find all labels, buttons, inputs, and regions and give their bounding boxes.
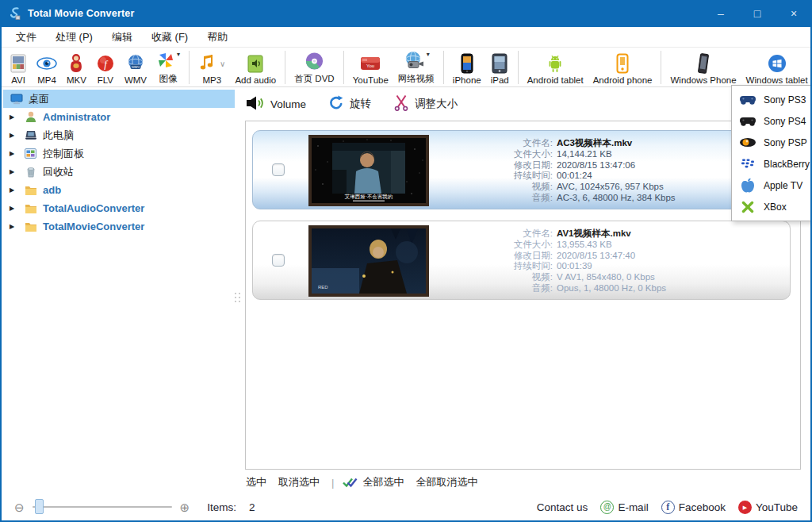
web-video-icon (403, 51, 425, 72)
zoom-slider-track[interactable] (33, 506, 172, 508)
status-bar: ⊖ ⊕ Items: 2 Contact us @E-mail fFaceboo… (2, 493, 810, 520)
video-thumbnail[interactable]: 艾琳西娅·不会害我的 (308, 135, 429, 206)
file-item-2[interactable]: RED 文件名:AV1视频样本.mkv 文件大小:13,955.43 KB 修改… (252, 221, 791, 300)
toolbar-button-mp4[interactable]: MP4 (32, 49, 62, 86)
items-count-label: Items: (207, 501, 236, 513)
field-label: 持续时间: (491, 171, 553, 182)
zoom-slider-handle[interactable] (35, 499, 44, 514)
toolbar-button-mp3[interactable]: ∨ MP3 (193, 49, 230, 86)
toolbar-button-label: YouTube (353, 75, 389, 85)
select-button[interactable]: 选中 (246, 475, 266, 489)
toolbar-button-windows-phone[interactable]: Windows Phone (665, 49, 741, 86)
folder-tree: 桌面 ▶ Administrator ▶ 此电脑 ▶ 控制面板 ▶ 回收站 ▶ … (3, 90, 235, 470)
video-thumbnail[interactable]: RED (308, 225, 429, 297)
zoom-out-button[interactable]: ⊖ (14, 501, 25, 513)
toolbar-button-flv[interactable]: f FLV (91, 49, 120, 86)
expand-arrow-icon[interactable]: ▶ (10, 113, 18, 121)
toolbar-button-iphone[interactable]: iPhone (448, 49, 486, 86)
zoom-in-button[interactable]: ⊕ (180, 501, 190, 513)
app-window: Total Movie Converter – □ × 文件 处理 (P) 编辑… (0, 0, 812, 522)
facebook-label: Facebook (679, 501, 726, 513)
sidebar-item-administrator[interactable]: ▶ Administrator (3, 108, 235, 126)
menu-item-sony-ps3[interactable]: Sony PS3 (732, 89, 812, 110)
menu-item-edit[interactable]: 编辑 (102, 28, 142, 47)
toolbar-button-label: Add audio (235, 75, 276, 85)
expand-arrow-icon[interactable]: ▶ (10, 168, 18, 175)
toolbar-button-label: FLV (98, 75, 113, 85)
zoom-slider[interactable] (33, 499, 172, 515)
menu-item-blackberry[interactable]: BlackBerry (732, 153, 812, 175)
expand-arrow-icon[interactable]: ▶ (10, 186, 18, 194)
menu-item-help[interactable]: 帮助 (197, 28, 237, 47)
device-menu-label: Apple TV (764, 180, 802, 191)
sidebar-item-control-panel[interactable]: ▶ 控制面板 (3, 144, 235, 163)
folder-icon (24, 221, 37, 232)
menu-item-process[interactable]: 处理 (P) (46, 28, 102, 47)
email-label: E-mail (618, 501, 648, 513)
close-button[interactable]: × (776, 0, 812, 27)
file-item-1[interactable]: 艾琳西娅·不会害我的 文件名:AC3视频样本.mkv 文件大小:14,144.2… (252, 130, 791, 209)
resize-button[interactable]: 调整大小 (393, 94, 458, 113)
file-size-value: 13,955.43 KB (557, 240, 612, 251)
toolbar-button-label: iPad (491, 75, 509, 85)
music-note-icon (198, 53, 216, 74)
sidebar-item-totalaudioconverter[interactable]: ▶ TotalAudioConverter (3, 199, 235, 217)
toolbar-button-android-tablet[interactable]: Android tablet (523, 49, 588, 86)
toolbar-button-windows-tablet[interactable]: Windows tablet (741, 49, 810, 86)
toolbar-button-wmv[interactable]: WMV WMV (120, 49, 151, 86)
toolbar-button-image[interactable]: ▾ 图像 (151, 49, 185, 86)
toolbar-button-label: MKV (67, 75, 86, 85)
iphone-icon (461, 52, 473, 75)
toolbar-button-web-video[interactable]: ▾ 网络视频 (393, 49, 439, 86)
sidebar-item-recycle-bin[interactable]: ▶ 回收站 (3, 163, 235, 181)
toolbar-button-youtube[interactable]: You YouTube (348, 49, 393, 86)
sidebar-splitter[interactable] (234, 290, 241, 305)
deselect-button[interactable]: 取消选中 (278, 475, 320, 489)
globe-wmv-icon: WMV (126, 52, 145, 75)
toolbar-button-add-audio[interactable]: Add audio (230, 49, 281, 86)
file-field-row: 持续时间:00:01:39 (491, 261, 666, 272)
file-checkbox[interactable] (272, 254, 285, 267)
sidebar-item-totalmovieconverter[interactable]: ▶ TotalMovieConverter (3, 217, 235, 236)
file-name-value: AC3视频样本.mkv (557, 138, 632, 149)
toolbar-button-android-phone[interactable]: Android phone (588, 49, 657, 86)
sidebar-item-adb[interactable]: ▶ adb (3, 181, 235, 199)
tree-item-label: 控制面板 (43, 147, 84, 161)
tree-item-label: Administrator (43, 111, 110, 123)
facebook-link[interactable]: fFacebook (661, 501, 726, 514)
toolbar-button-avi[interactable]: AVI (5, 49, 32, 86)
email-link[interactable]: @E-mail (600, 501, 648, 514)
maximize-button[interactable]: □ (739, 0, 776, 27)
menu-item-favorites[interactable]: 收藏 (F) (142, 28, 197, 47)
menu-item-apple-tv[interactable]: Apple TV (732, 175, 812, 196)
sidebar-item-desktop[interactable]: 桌面 (3, 90, 235, 108)
expand-arrow-icon[interactable]: ▶ (10, 223, 18, 230)
toolbar-button-label: AVI (11, 75, 25, 85)
other-devices-dropdown: Sony PS3 Sony PS4 Sony PSP BlackBerry Ap… (731, 85, 812, 221)
toolbar-button-dvd[interactable]: 首页 DVD (289, 49, 339, 86)
menu-item-xbox[interactable]: XBox (732, 196, 812, 217)
volume-button[interactable]: Volume (246, 95, 306, 113)
menu-item-sony-ps4[interactable]: Sony PS4 (732, 110, 812, 132)
field-label: 文件名: (491, 138, 553, 149)
menu-item-file[interactable]: 文件 (6, 28, 46, 47)
expand-arrow-icon[interactable]: ▶ (10, 205, 18, 212)
file-checkbox[interactable] (272, 163, 285, 176)
toolbar-button-mkv[interactable]: MKV (62, 49, 91, 86)
contact-us-link[interactable]: Contact us (537, 501, 588, 513)
windows-logo-icon (767, 52, 787, 75)
control-panel-icon (24, 148, 37, 159)
menu-item-sony-psp[interactable]: Sony PSP (732, 132, 812, 153)
select-all-button[interactable]: 全部选中 (362, 475, 404, 489)
app-logo-icon (8, 6, 22, 21)
deselect-all-button[interactable]: 全部取消选中 (416, 475, 477, 489)
expand-arrow-icon[interactable]: ▶ (10, 150, 18, 157)
field-label: 音频: (491, 193, 553, 204)
add-audio-icon (247, 52, 263, 75)
sidebar-item-this-pc[interactable]: ▶ 此电脑 (3, 126, 235, 144)
rotate-button[interactable]: 旋转 (328, 95, 371, 113)
expand-arrow-icon[interactable]: ▶ (10, 132, 18, 139)
minimize-button[interactable]: – (703, 0, 739, 27)
youtube-link[interactable]: ▶YouTube (738, 501, 798, 514)
toolbar-button-ipad[interactable]: iPad (486, 49, 514, 86)
